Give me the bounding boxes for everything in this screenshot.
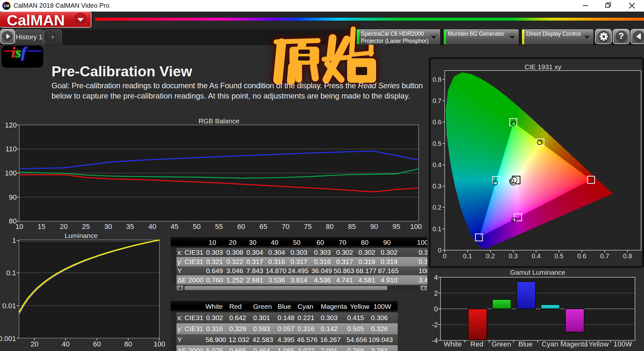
svg-text:95: 95 xyxy=(393,223,400,231)
svg-text:0: 0 xyxy=(434,305,438,313)
svg-text:110: 110 xyxy=(5,145,17,153)
svg-text:0: 0 xyxy=(438,247,441,254)
svg-text:100W: 100W xyxy=(613,340,632,348)
svg-text:White: White xyxy=(444,340,462,348)
svg-text:20: 20 xyxy=(31,340,38,348)
svg-text:Red: Red xyxy=(470,340,483,348)
svg-text:100: 100 xyxy=(154,340,166,348)
svg-text:0.8: 0.8 xyxy=(623,252,632,260)
svg-text:0: 0 xyxy=(443,252,446,260)
svg-text:60: 60 xyxy=(93,340,101,348)
svg-text:0.1: 0.1 xyxy=(432,225,441,232)
svg-text:Yellow: Yellow xyxy=(589,340,609,348)
svg-text:Magenta: Magenta xyxy=(560,340,588,348)
svg-text:70: 70 xyxy=(282,223,289,231)
svg-text:-2: -2 xyxy=(431,321,438,329)
svg-text:0.5: 0.5 xyxy=(554,252,564,260)
svg-text:0.2: 0.2 xyxy=(432,204,441,211)
svg-text:65: 65 xyxy=(260,223,267,231)
svg-text:0.7: 0.7 xyxy=(600,252,609,260)
svg-text:0.4: 0.4 xyxy=(432,161,441,168)
svg-text:0.6: 0.6 xyxy=(577,252,586,260)
svg-text:-4: -4 xyxy=(431,337,438,345)
svg-text:0.3: 0.3 xyxy=(509,252,518,260)
svg-text:120: 120 xyxy=(5,121,17,129)
svg-text:0.1: 0.1 xyxy=(463,252,472,260)
svg-text:100: 100 xyxy=(410,223,422,231)
svg-text:90: 90 xyxy=(9,193,17,201)
svg-text:Gamut Luminance: Gamut Luminance xyxy=(510,269,565,276)
svg-text:100: 100 xyxy=(5,169,17,177)
svg-text:0.6: 0.6 xyxy=(432,119,441,126)
svg-text:50: 50 xyxy=(193,223,201,231)
svg-text:85: 85 xyxy=(348,223,356,231)
svg-text:80: 80 xyxy=(124,340,132,348)
svg-text:0.4: 0.4 xyxy=(532,252,541,260)
svg-text:0.5: 0.5 xyxy=(432,140,441,147)
svg-text:0.01: 0.01 xyxy=(2,302,16,310)
svg-text:1: 1 xyxy=(12,236,16,244)
svg-text:0.7: 0.7 xyxy=(432,97,441,104)
svg-text:Blue: Blue xyxy=(518,340,533,348)
svg-text:80: 80 xyxy=(326,223,334,231)
svg-text:0.2: 0.2 xyxy=(486,252,495,260)
svg-text:RGB Balance: RGB Balance xyxy=(198,117,239,125)
svg-text:75: 75 xyxy=(304,223,312,231)
svg-text:0.1: 0.1 xyxy=(6,269,16,277)
svg-text:0.3: 0.3 xyxy=(432,183,441,190)
svg-text:0.001: 0.001 xyxy=(0,335,16,343)
svg-text:60: 60 xyxy=(237,223,245,231)
svg-text:Cyan: Cyan xyxy=(542,340,558,348)
svg-text:90: 90 xyxy=(370,223,378,231)
svg-text:45: 45 xyxy=(171,223,178,231)
svg-text:2: 2 xyxy=(434,289,438,297)
svg-text:0.8: 0.8 xyxy=(432,76,441,83)
svg-text:55: 55 xyxy=(215,223,223,231)
svg-text:4: 4 xyxy=(434,273,438,281)
svg-text:Green: Green xyxy=(491,340,511,348)
svg-text:40: 40 xyxy=(62,340,70,348)
svg-text:Luminance: Luminance xyxy=(65,232,98,239)
svg-text:CIE 1931 xy: CIE 1931 xy xyxy=(525,63,562,71)
